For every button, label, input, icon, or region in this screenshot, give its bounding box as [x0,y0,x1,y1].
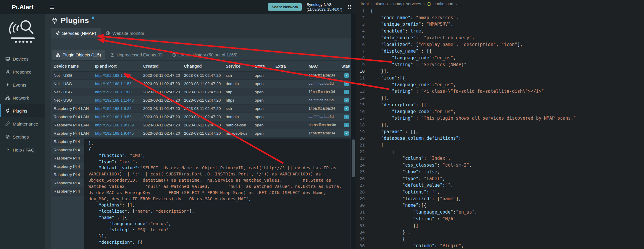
sql-config-overlay[interactable]: },{ "function": "CMD", "type": "text", "… [84,139,351,249]
code-line[interactable]: 18 }], [356,122,644,128]
code-line[interactable]: 5 "data_source": "pialert-db-query", [356,35,644,41]
table-row[interactable]: Net - USGhttp://192.168.1.1:4432023-03-1… [52,96,350,104]
sidebar-item-events[interactable]: Events [0,78,45,91]
code-line[interactable]: 17 "string" : "This plugin shows all ser… [356,115,644,122]
subtab-unprocessed-events-0[interactable]: Unprocessed Events (0) [106,50,167,60]
code-line[interactable]: 27 "default_value":"", [356,182,644,189]
code-line[interactable]: 9 "string" : "Services (NMAP)" [356,61,644,68]
code-line[interactable]: 12 "language_code":"en_us", [356,82,644,88]
code-line[interactable]: 23 "column": "Index", [356,155,644,162]
sidebar-item-network[interactable]: Network [0,91,45,104]
code-line[interactable]: 10 }], [356,68,644,75]
code-line[interactable]: 34 } , [356,229,644,236]
breadcrumb-item[interactable]: nmap_services [393,1,421,6]
ip-port-link[interactable]: http://192.168.1.9:22 [95,106,132,111]
ip-port-link[interactable]: http://192.168.1.1:443 [95,98,134,102]
code-line[interactable]: 15 "description": [{ [356,102,644,108]
code-line[interactable]: 3 "unique_prefix": "NMAPSRV", [356,21,644,28]
code-line[interactable]: 7 "display_name" : [{ [356,48,644,55]
row-checkbox[interactable]: ✓ [344,123,349,127]
table-row[interactable]: Net - USGhttp://192.168.1.1:222023-03-11… [52,71,350,79]
column-header-device-name[interactable]: Device name [52,61,93,71]
ip-port-link[interactable]: http://192.168.1.1:53 [95,82,132,86]
grip-icon[interactable] [347,4,352,9]
ip-port-link[interactable]: http://192.168.1.9:139 [95,123,134,127]
ip-port-link[interactable]: http://192.168.1.9:53 [95,115,132,119]
table-row[interactable]: Net - USGhttp://192.168.1.1:802023-03-11… [52,88,350,96]
table-row[interactable]: Raspberry Pi 4 LANhttp://192.168.1.9:532… [52,113,350,121]
overlay-code-line[interactable]: "localized": ["name", "description"], [88,208,346,214]
column-header-mac[interactable]: MAC [307,61,341,71]
brand-logo[interactable]: Pi.Alert [0,0,45,14]
table-row[interactable]: Net - USGhttp://192.168.1.1:532023-03-11… [52,79,350,88]
editor-code-area[interactable]: 1{2 "code_name": "nmap_services",3 "uniq… [356,8,644,249]
table-row[interactable]: Raspberry Pi 4 LANhttp://192.168.1.9:222… [52,104,350,113]
table-row[interactable]: Raspberry Pi 4 LANhttp://192.168.1.9:445… [52,129,350,137]
ip-port-link[interactable]: http://192.168.1.1:80 [95,90,132,94]
subtab-events-history-50-out-of-1265[interactable]: Events History (50 out of 1265) [168,50,242,60]
breadcrumb-item[interactable]: front [361,1,369,6]
sidebar-item-devices[interactable]: Devices [0,52,45,65]
scrollbar-thumb[interactable] [352,139,355,177]
row-checkbox[interactable]: ✓ [344,98,349,102]
code-line[interactable]: 21 [ [356,142,644,149]
code-line[interactable]: 22 { [356,149,644,155]
code-line[interactable]: 16 "language_code":"en_us", [356,108,644,115]
breadcrumb-item[interactable]: plugins [375,1,388,6]
code-line[interactable]: 36 "column": "Plugin", [356,243,644,249]
code-line[interactable]: 11 "icon":[{ [356,75,644,82]
code-line[interactable]: 20 "database_column_definitions": [356,135,644,142]
code-line[interactable]: 4 "enabled": true, [356,28,644,35]
code-line[interactable]: 19 "params" : [], [356,128,644,135]
sidebar-item-maintenance[interactable]: Maintenance [0,117,45,130]
overlay-code-line[interactable]: "string" : "SQL to run" [88,227,346,233]
row-checkbox[interactable]: ✓ [344,131,349,136]
code-line[interactable]: 29 "localized": ["name"], [356,196,644,202]
hamburger-icon[interactable] [49,4,55,10]
code-line[interactable]: 24 "css_classes": "col-sm-2", [356,162,644,169]
overlay-code-line[interactable]: "options": [], [88,202,346,208]
ip-port-link[interactable]: http://192.168.1.9:445 [95,131,134,136]
column-header-extra[interactable]: Extra [274,61,307,71]
row-checkbox[interactable]: ✓ [344,106,349,111]
column-header-changed[interactable]: Changed [183,61,224,71]
row-checkbox[interactable]: ✓ [344,90,349,94]
code-line[interactable]: 28 "options": [], [356,189,644,196]
code-line[interactable]: 31 "language_code":"en_us", [356,209,644,216]
overlay-code-line[interactable]: { [88,146,346,152]
column-header-state[interactable]: State [253,61,274,71]
column-header-ip-and-port[interactable]: Ip and Port [93,61,142,71]
sidebar-item-plugins[interactable]: Plugins [0,104,45,117]
row-checkbox[interactable]: ✓ [344,73,349,78]
breadcrumb-item[interactable]: config.json [433,1,453,6]
row-checkbox[interactable]: ✓ [344,115,349,119]
overlay-code-line[interactable]: "name" : [{ [88,214,346,221]
code-line[interactable]: 35 { [356,236,644,243]
code-line[interactable]: 1{ [356,8,644,14]
code-line[interactable]: 26 "type": "label", [356,175,644,182]
code-line[interactable]: 2 "code_name": "nmap_services", [356,14,644,21]
code-line[interactable]: 30 "name":[{ [356,202,644,209]
overlay-code-line[interactable]: "type": "text", [88,159,346,165]
subtab-plugin-objects-115[interactable]: Plugin Objects (115) [52,50,105,60]
code-line[interactable]: 14 }], [356,95,644,102]
column-header-service[interactable]: Service [224,61,253,71]
breadcrumb-item[interactable]: ... [459,1,462,6]
overlay-code-line[interactable]: "function": "CMD", [88,152,346,159]
code-line[interactable]: 32 "string" : "N/A" [356,216,644,222]
code-line[interactable]: 33 }] [356,222,644,229]
code-line[interactable]: 6 "localized": ["display_name", "descrip… [356,41,644,48]
sidebar-item-presence[interactable]: Presence [0,65,45,78]
sidebar-item-help-faq[interactable]: ?Help / FAQ [0,143,45,156]
overlay-code-line[interactable]: }, [88,140,346,146]
tab-website-monitor[interactable]: Website monitor [101,28,149,38]
table-row[interactable]: Raspberry Pi 4 LANhttp://192.168.1.9:139… [52,121,350,129]
overlay-code-line[interactable]: "default_value":"SELECT dv.dev_Name as O… [88,165,346,202]
code-line[interactable]: 25 "show": false, [356,169,644,175]
sidebar-item-settings[interactable]: Settings [0,130,45,143]
code-line[interactable]: 13 "string" : "<i class=\"fa-solid fa-sa… [356,88,644,95]
tab-services-nmap[interactable]: Services (NMAP) [51,28,101,38]
overlay-code-line[interactable]: "description": [{ [88,239,346,245]
row-checkbox[interactable]: ✓ [344,82,349,86]
overlay-code-line[interactable]: "language_code":"en_us", [88,221,346,227]
